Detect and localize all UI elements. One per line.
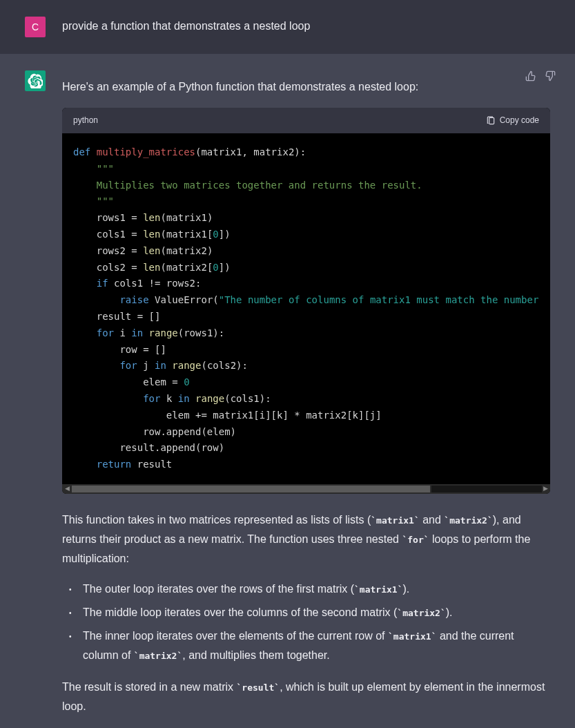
assistant-message: Here's an example of a Python function t… bbox=[0, 54, 575, 728]
user-avatar: C bbox=[25, 17, 46, 37]
code-block: python Copy code def multiply_matrices(m… bbox=[62, 108, 550, 494]
thumbs-down-icon[interactable] bbox=[545, 70, 556, 82]
scrollbar-left-arrow-icon[interactable]: ◀ bbox=[64, 486, 70, 492]
scrollbar-track-gap bbox=[431, 486, 542, 492]
scrollbar-right-arrow-icon[interactable]: ▶ bbox=[542, 486, 549, 492]
explanation-list: The outer loop iterates over the rows of… bbox=[62, 579, 550, 665]
explanation-para-1: This function takes in two matrices repr… bbox=[62, 510, 550, 568]
list-item: The inner loop iterates over the element… bbox=[75, 626, 550, 665]
assistant-content: Here's an example of a Python function t… bbox=[62, 70, 550, 727]
inline-code-matrix1: `matrix1` bbox=[354, 584, 402, 595]
thumbs-up-icon[interactable] bbox=[525, 70, 536, 82]
list-item: The middle loop iterates over the column… bbox=[75, 603, 550, 622]
code-header: python Copy code bbox=[62, 108, 550, 133]
inline-code-matrix2: `matrix2` bbox=[444, 515, 492, 526]
inline-code-matrix2: `matrix2` bbox=[397, 608, 445, 618]
user-prompt-text: provide a function that demonstrates a n… bbox=[62, 17, 550, 37]
user-avatar-letter: C bbox=[32, 19, 39, 36]
clipboard-icon bbox=[486, 116, 496, 126]
code-language-label: python bbox=[73, 113, 98, 128]
openai-logo-icon bbox=[28, 73, 43, 88]
horizontal-scrollbar[interactable]: ◀ ▶ bbox=[62, 484, 550, 494]
assistant-intro: Here's an example of a Python function t… bbox=[62, 77, 550, 97]
inline-code-matrix2: `matrix2` bbox=[134, 651, 182, 661]
inline-code-matrix1: `matrix1` bbox=[388, 631, 436, 642]
list-item: The outer loop iterates over the rows of… bbox=[75, 579, 550, 599]
copy-code-label: Copy code bbox=[500, 113, 539, 128]
user-message: C provide a function that demonstrates a… bbox=[0, 0, 575, 54]
feedback-buttons bbox=[525, 70, 556, 82]
code-body[interactable]: def multiply_matrices(matrix1, matrix2):… bbox=[62, 133, 550, 484]
svg-rect-0 bbox=[489, 117, 494, 124]
inline-code-matrix1: `matrix1` bbox=[371, 515, 419, 526]
inline-code-result: `result` bbox=[237, 682, 280, 693]
copy-code-button[interactable]: Copy code bbox=[486, 113, 539, 128]
inline-code-for: `for` bbox=[402, 535, 429, 545]
scrollbar-thumb[interactable] bbox=[72, 486, 430, 492]
assistant-avatar bbox=[25, 70, 46, 91]
explanation-para-2: The result is stored in a new matrix `re… bbox=[62, 678, 550, 716]
